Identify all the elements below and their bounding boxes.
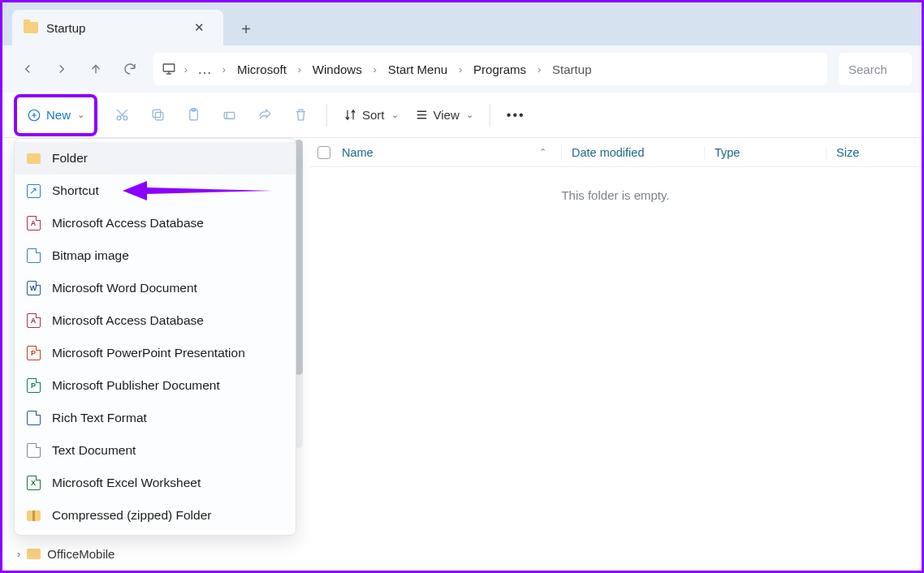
new-button-label: New bbox=[46, 108, 71, 122]
select-all-checkbox[interactable] bbox=[317, 146, 330, 159]
new-tab-button[interactable]: + bbox=[230, 13, 262, 45]
sort-indicator-icon: ⌃ bbox=[539, 147, 546, 157]
chevron-down-icon: ⌄ bbox=[77, 110, 84, 120]
back-button[interactable] bbox=[12, 54, 43, 84]
breadcrumb-seg[interactable]: Windows bbox=[308, 62, 367, 76]
new-menu-item-shortcut[interactable]: ↗Shortcut bbox=[15, 174, 296, 207]
up-button[interactable] bbox=[80, 54, 111, 84]
svg-rect-0 bbox=[163, 64, 175, 71]
refresh-button[interactable] bbox=[114, 54, 145, 84]
new-menu-item-xls[interactable]: XMicrosoft Excel Worksheet bbox=[15, 467, 296, 499]
breadcrumb[interactable]: › … › Microsoft › Windows › Start Menu ›… bbox=[153, 53, 827, 85]
close-tab-button[interactable]: ✕ bbox=[186, 15, 212, 41]
new-context-menu: Folder↗ShortcutAMicrosoft Access Databas… bbox=[14, 138, 296, 536]
svg-rect-5 bbox=[153, 110, 161, 118]
new-menu-item-word[interactable]: WMicrosoft Word Document bbox=[15, 272, 296, 304]
breadcrumb-seg[interactable]: Microsoft bbox=[232, 62, 291, 76]
txt-icon bbox=[26, 443, 41, 458]
new-menu-item-folder[interactable]: Folder bbox=[15, 142, 296, 174]
annotation-highlight: New ⌄ bbox=[14, 94, 97, 136]
address-bar-row: › … › Microsoft › Windows › Start Menu ›… bbox=[2, 45, 922, 93]
xls-icon: X bbox=[26, 476, 41, 490]
column-name[interactable]: Name⌃ bbox=[342, 146, 561, 159]
paste-button[interactable] bbox=[177, 99, 209, 131]
breadcrumb-seg[interactable]: Programs bbox=[468, 62, 531, 76]
shortcut-icon: ↗ bbox=[26, 183, 41, 198]
delete-button[interactable] bbox=[284, 99, 317, 131]
forward-button[interactable] bbox=[46, 54, 77, 84]
column-headers: Name⌃ Date modified Type Size bbox=[309, 138, 922, 167]
svg-rect-4 bbox=[155, 112, 163, 120]
new-menu-item-access[interactable]: AMicrosoft Access Database bbox=[15, 304, 296, 337]
search-input[interactable]: Search bbox=[839, 53, 912, 85]
column-type[interactable]: Type bbox=[704, 146, 826, 159]
rename-button[interactable] bbox=[213, 99, 245, 131]
empty-folder-message: This folder is empty. bbox=[309, 188, 922, 202]
chevron-right-icon: › bbox=[178, 63, 194, 75]
folder-icon bbox=[24, 22, 38, 33]
new-menu-item-rtf[interactable]: Rich Text Format bbox=[15, 402, 296, 434]
chevron-down-icon: ⌄ bbox=[466, 110, 473, 120]
breadcrumb-overflow[interactable]: … bbox=[194, 61, 216, 78]
column-date[interactable]: Date modified bbox=[561, 146, 704, 159]
new-menu-item-bitmap[interactable]: Bitmap image bbox=[15, 239, 296, 272]
share-button[interactable] bbox=[248, 99, 281, 131]
sort-button[interactable]: Sort ⌄ bbox=[337, 108, 405, 122]
access-icon: A bbox=[26, 216, 41, 230]
nav-tree-item[interactable]: › OfficeMobile bbox=[17, 547, 114, 561]
new-button[interactable]: New ⌄ bbox=[19, 99, 93, 131]
cut-button[interactable] bbox=[106, 99, 138, 131]
column-size[interactable]: Size bbox=[826, 146, 859, 159]
pub-icon: P bbox=[26, 378, 41, 393]
view-button[interactable]: View ⌄ bbox=[408, 108, 480, 122]
chevron-down-icon: ⌄ bbox=[391, 110, 399, 120]
file-list-pane: Name⌃ Date modified Type Size This folde… bbox=[309, 138, 922, 571]
chevron-right-icon: › bbox=[17, 548, 20, 560]
copy-button[interactable] bbox=[141, 99, 174, 131]
breadcrumb-current[interactable]: Startup bbox=[547, 62, 596, 76]
more-button[interactable]: ••• bbox=[500, 108, 532, 123]
folder-icon bbox=[27, 549, 41, 559]
tab-title: Startup bbox=[46, 21, 186, 35]
breadcrumb-seg[interactable]: Start Menu bbox=[383, 62, 452, 76]
new-menu-item-ppt[interactable]: PMicrosoft PowerPoint Presentation bbox=[15, 337, 296, 369]
folder-icon bbox=[26, 151, 41, 166]
new-menu-item-txt[interactable]: Text Document bbox=[15, 434, 296, 467]
this-pc-icon bbox=[160, 60, 178, 78]
command-bar: New ⌄ Sort ⌄ View ⌄ ••• bbox=[2, 93, 922, 138]
word-icon: W bbox=[26, 281, 41, 295]
new-menu-item-access[interactable]: AMicrosoft Access Database bbox=[15, 207, 296, 239]
bitmap-icon bbox=[26, 248, 41, 263]
zip-icon bbox=[26, 508, 41, 523]
new-menu-item-pub[interactable]: PMicrosoft Publisher Document bbox=[15, 369, 296, 402]
svg-rect-8 bbox=[224, 112, 235, 118]
rtf-icon bbox=[26, 411, 41, 425]
new-menu-item-zip[interactable]: Compressed (zipped) Folder bbox=[15, 499, 296, 532]
tab-bar: Startup ✕ + bbox=[2, 2, 922, 45]
access-icon: A bbox=[26, 313, 41, 328]
tab-startup[interactable]: Startup ✕ bbox=[12, 10, 223, 45]
ppt-icon: P bbox=[26, 346, 41, 360]
